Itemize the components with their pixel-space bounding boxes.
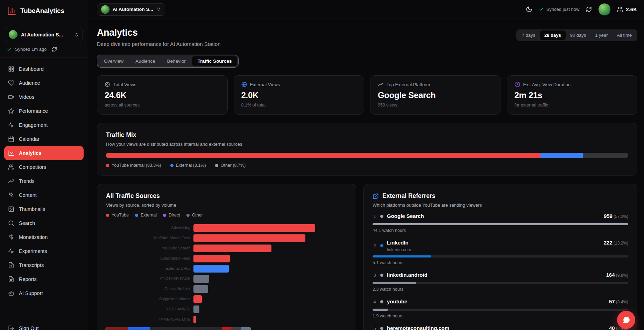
- sidebar-item-search[interactable]: Search: [4, 216, 84, 230]
- sidebar-item-analytics[interactable]: Analytics: [4, 146, 84, 160]
- referrer-percent: (9.8%): [616, 273, 628, 278]
- chart-row-label: Advertising: [106, 226, 193, 230]
- sidebar-item-label: Videos: [19, 94, 34, 100]
- sidebar-item-thumbnails[interactable]: Thumbnails: [4, 202, 84, 216]
- chart-row-label: YT CHANNEL: [106, 307, 193, 311]
- referrer-progress-fill: [373, 223, 628, 225]
- sources-bar-chart: AdvertisingYouTube Shorts FeedYouTube Se…: [106, 224, 347, 323]
- sidebar-item-experiments[interactable]: Experiments: [4, 244, 84, 258]
- stat-sub-label: for external traffic: [515, 103, 630, 108]
- tab-overview[interactable]: Overview: [98, 56, 129, 66]
- referrers-title: External Referrers: [382, 192, 436, 200]
- referrer-progress-fill: [373, 282, 416, 284]
- sidebar-item-videos[interactable]: Videos: [4, 90, 84, 104]
- referrer-row-header: 3linkedin.android164(9.8%): [373, 271, 628, 279]
- stat-label: Top External Platform: [387, 82, 430, 87]
- chat-bubble-icon: [622, 316, 631, 324]
- referrer-dot: [380, 300, 383, 303]
- sidebar-item-monetization[interactable]: Monetization: [4, 230, 84, 244]
- sidebar-item-label: Performance: [19, 108, 48, 114]
- tab-behavior[interactable]: Behavior: [162, 56, 191, 66]
- referrer-progress-fill: [373, 255, 431, 257]
- video-icon: [8, 94, 14, 100]
- range-button-all-time[interactable]: All time: [612, 30, 636, 40]
- stat-label: External Views: [250, 82, 280, 87]
- heart-icon: [8, 80, 14, 86]
- globe-icon: [241, 82, 247, 87]
- chart-row: Advertising: [106, 224, 347, 232]
- users-icon: [8, 164, 14, 170]
- chart-row: YT OTHER PAGE: [106, 275, 347, 283]
- calendar-icon: [8, 136, 14, 142]
- sidebar-item-calendar[interactable]: Calendar: [4, 132, 84, 146]
- referrer-views: 57: [609, 298, 615, 304]
- image-icon: [8, 206, 14, 212]
- tab-traffic-sources[interactable]: Traffic Sources: [192, 56, 238, 66]
- sidebar-footer: Sign Out: [0, 317, 88, 330]
- legend-dot: [106, 164, 109, 167]
- chart-row: YouTube Search: [106, 245, 347, 252]
- referrer-row-header: 4youtube57(3.4%): [373, 298, 628, 305]
- app-logo: TubeAnalytics: [0, 0, 88, 22]
- sidebar-item-label: Search: [19, 220, 35, 226]
- chart-row: Suggested Videos: [106, 295, 347, 303]
- range-button-1-year[interactable]: 1 year: [590, 30, 612, 40]
- referrer-identity: 2LinkedInlinkedin.com: [373, 239, 411, 252]
- sign-out-button[interactable]: Sign Out: [4, 321, 84, 330]
- referrer-rank: 1: [373, 214, 377, 219]
- chart-row-label-text: External URLs: [165, 267, 190, 271]
- legend-item: YouTube: [106, 213, 129, 218]
- mix-segment-other-8-7: [583, 153, 628, 158]
- sidebar-item-dashboard[interactable]: Dashboard: [4, 62, 84, 76]
- legend-dot: [135, 214, 138, 217]
- sidebar-item-label: Experiments: [19, 248, 47, 254]
- chart-row-label: YT OTHER PAGE: [106, 277, 193, 281]
- search-icon: [8, 220, 14, 226]
- chat-widget-button[interactable]: [617, 311, 635, 329]
- stat-value: 2.0K: [241, 90, 357, 100]
- sidebar-item-competitors[interactable]: Competitors: [4, 160, 84, 174]
- sidebar-item-performance[interactable]: Performance: [4, 104, 84, 118]
- range-button-28-days[interactable]: 28 days: [540, 30, 566, 40]
- sidebar-item-trends[interactable]: Trends: [4, 174, 84, 188]
- referrer-names: youtube: [387, 298, 407, 305]
- traffic-mix-card: Traffic Mix How your views are distribut…: [97, 123, 637, 176]
- sidebar-item-reports[interactable]: Reports: [4, 272, 84, 286]
- sidebar-item-engagement[interactable]: Engagement: [4, 118, 84, 132]
- sidebar-item-audience[interactable]: Audience: [4, 76, 84, 90]
- refresh-button[interactable]: [586, 6, 592, 12]
- tab-audience[interactable]: Audience: [130, 56, 161, 66]
- chart-bar: [193, 305, 199, 313]
- sidebar-item-transcripts[interactable]: Transcripts: [4, 258, 84, 272]
- referrer-row-header: 5heremoteconsulting.com40(2.4%): [373, 325, 628, 330]
- chart-row-label-text: YouTube Shorts Feed: [153, 236, 190, 240]
- chart-row-label-text: Subscribers Feed: [160, 256, 190, 261]
- sidebar-channel-selector[interactable]: AI Automation S...: [5, 27, 83, 42]
- topbar-channel-selector[interactable]: AI Automation S...: [97, 3, 165, 16]
- referrer-row: 2LinkedInlinkedin.com222(13.2%)5.1 watch…: [373, 239, 628, 265]
- sidebar-item-ai-support[interactable]: AI Support: [4, 286, 84, 300]
- range-button-90-days[interactable]: 90 days: [566, 30, 591, 40]
- chart-row-label: Subscribers Feed: [106, 256, 193, 261]
- chevrons-up-down-icon: [74, 32, 79, 37]
- referrer-identity: 5heremoteconsulting.com: [373, 325, 449, 330]
- user-avatar[interactable]: [599, 4, 610, 15]
- chart-bar: [193, 224, 315, 232]
- sidebar-item-content[interactable]: Content: [4, 188, 84, 202]
- traffic-mix-title: Traffic Mix: [106, 131, 628, 139]
- sidebar-item-label: Analytics: [19, 150, 41, 156]
- referrer-row: 4youtube57(3.4%)1.9 watch hours: [373, 298, 628, 318]
- referrer-progress-track: [373, 309, 628, 311]
- sign-out-label: Sign Out: [19, 325, 38, 330]
- partial-bar-below-fold: [105, 327, 251, 330]
- legend-label: Other (8.7%): [221, 163, 246, 168]
- main-content: Analytics Deep dive into performance for…: [88, 19, 644, 330]
- refresh-icon[interactable]: [52, 47, 57, 52]
- referrers-subtitle: Which platforms outside YouTube are send…: [373, 202, 628, 208]
- legend-label: YouTube Internal (83.3%): [112, 163, 161, 168]
- range-button-7-days[interactable]: 7 days: [517, 30, 540, 40]
- legend-dot: [186, 214, 190, 217]
- dark-mode-toggle[interactable]: [526, 6, 532, 13]
- sources-legend: YouTubeExternalDirectOther: [106, 213, 347, 218]
- referrer-progress-track: [373, 223, 628, 225]
